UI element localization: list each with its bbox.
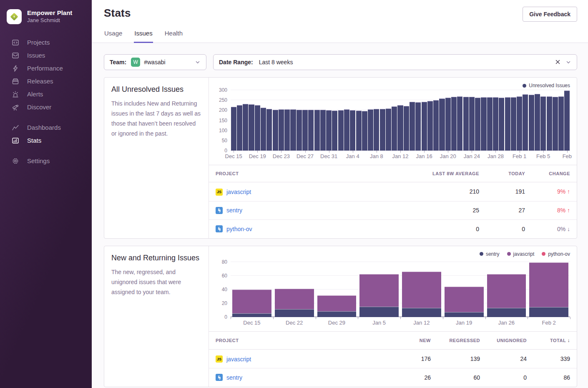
sidebar-item-projects[interactable]: Projects	[0, 36, 92, 49]
sidebar-item-discover[interactable]: Discover	[0, 101, 92, 113]
sidebar-item-releases[interactable]: Releases	[0, 75, 92, 88]
chart-bar	[356, 111, 362, 151]
legend-python-ov[interactable]: python-ov	[542, 251, 570, 257]
chart-bar	[338, 110, 344, 151]
sidebar-item-label: Settings	[27, 157, 50, 164]
legend-sentry[interactable]: sentry	[480, 251, 500, 257]
team-value: #wasabi	[144, 59, 165, 66]
project-link-sentry[interactable]: sentry	[216, 207, 242, 214]
chart-bar	[439, 98, 445, 151]
clear-date-range-icon[interactable]	[555, 59, 560, 66]
nav-divider-gap	[0, 113, 92, 121]
chart-bar	[279, 109, 284, 151]
column-header-project[interactable]: Project	[209, 332, 392, 350]
sidebar-item-performance[interactable]: Performance	[0, 62, 92, 75]
legend-javascript[interactable]: javascript	[507, 251, 535, 257]
chart-bar	[397, 105, 403, 151]
chart-bar	[433, 100, 439, 151]
new-returning-issues-table: Project New Regressed Unignored Total ↓	[209, 332, 577, 387]
legend-dot	[523, 84, 526, 88]
bar-segment-javascript	[275, 289, 314, 309]
chart-bar	[422, 102, 427, 151]
column-header-regressed[interactable]: Regressed	[437, 332, 487, 350]
chart-bar	[553, 97, 558, 151]
chart-bar	[511, 97, 516, 151]
sidebar-item-alerts[interactable]: Alerts	[0, 88, 92, 101]
chart-bar	[404, 106, 409, 151]
chart-bar	[505, 97, 510, 151]
bar-segment-sentry	[359, 307, 399, 317]
sidebar-item-label: Discover	[27, 103, 51, 111]
cell-avg: 0	[392, 220, 486, 238]
arrow-up-icon: ↑	[567, 188, 570, 195]
team-select[interactable]: Team: W #wasabi	[104, 54, 206, 70]
column-header-last8w-average[interactable]: Last 8w Average	[392, 165, 486, 182]
legend-dot	[542, 252, 545, 256]
cell-regressed: 60	[437, 368, 487, 387]
date-range-select[interactable]: Date Range: Last 8 weeks	[213, 54, 577, 70]
bar-segment-javascript	[232, 290, 271, 314]
sidebar-item-label: Releases	[27, 78, 53, 85]
stacked-bar	[485, 259, 528, 317]
chart-bar	[237, 105, 242, 151]
tab-usage[interactable]: Usage	[104, 27, 123, 43]
chart-bar	[266, 109, 272, 151]
chart-bar	[475, 98, 480, 151]
sidebar-item-settings[interactable]: Settings	[0, 154, 92, 167]
org-switcher[interactable]: Empower Plant Jane Schmidt	[0, 0, 92, 28]
table-row: JS javascript 210 191 9% ↑	[209, 182, 577, 202]
bar-segment-sentry	[317, 311, 357, 317]
sidebar-item-label: Alerts	[27, 91, 43, 98]
column-header-change[interactable]: Change	[532, 165, 577, 182]
bar-segment-javascript	[359, 274, 399, 306]
legend-unresolved-issues[interactable]: Unresolved Issues	[523, 83, 570, 88]
new-returning-chart-xlabels: Dec 15Dec 22Dec 29Jan 5Jan 12Jan 19Jan 2…	[231, 317, 570, 326]
tab-health[interactable]: Health	[164, 27, 183, 43]
sidebar-item-issues[interactable]: Issues	[0, 49, 92, 62]
column-header-unignored[interactable]: Unignored	[487, 332, 533, 350]
cell-today: 27	[486, 201, 532, 220]
bar-segment-sentry	[487, 308, 526, 317]
stacked-bar	[400, 259, 443, 317]
chart-bar	[547, 96, 552, 151]
table-row: python-ov 0 0 0% ↓	[209, 220, 577, 238]
sidebar-item-dashboards[interactable]: Dashboards	[0, 121, 92, 134]
sidebar-item-stats[interactable]: Stats	[0, 134, 92, 147]
x-axis-label: Dec 19	[249, 153, 266, 159]
give-feedback-button[interactable]: Give Feedback	[523, 7, 577, 22]
chart-bar	[499, 98, 504, 151]
bar-segment-sentry	[445, 312, 484, 317]
javascript-icon: JS	[216, 189, 223, 196]
column-header-total[interactable]: Total ↓	[533, 332, 577, 350]
python-icon	[216, 374, 223, 381]
project-link-javascript[interactable]: JS javascript	[216, 189, 251, 196]
chevron-down-icon	[565, 59, 571, 65]
releases-icon	[12, 77, 20, 85]
column-header-today[interactable]: Today	[486, 165, 532, 182]
arrow-down-icon: ↓	[567, 226, 570, 232]
unresolved-issues-table: Project Last 8w Average Today Change JS	[209, 165, 577, 238]
y-axis-label: 0	[224, 148, 227, 154]
chart-bar	[427, 101, 433, 151]
column-header-project[interactable]: Project	[209, 165, 392, 182]
team-avatar: W	[131, 58, 140, 67]
tab-issues[interactable]: Issues	[134, 27, 153, 43]
date-range-label: Date Range:	[219, 59, 253, 66]
project-link-python-ov[interactable]: python-ov	[216, 225, 252, 232]
y-axis-label: 40	[222, 287, 227, 292]
legend-label: python-ov	[548, 251, 570, 257]
app-root: Empower Plant Jane Schmidt Projects Issu…	[0, 0, 588, 388]
panel1-title: All Unresolved Issues	[111, 85, 201, 94]
project-link-sentry[interactable]: sentry	[216, 374, 242, 381]
chart-bar	[350, 110, 355, 151]
bar-segment-sentry	[529, 307, 568, 317]
sort-descending-icon: ↓	[568, 338, 570, 343]
sidebar-nav: Projects Issues Performance Releases	[0, 36, 92, 167]
project-link-javascript[interactable]: JS javascript	[216, 355, 251, 363]
stacked-bar	[231, 259, 273, 317]
column-header-new[interactable]: New	[392, 332, 437, 350]
cell-unignored: 0	[487, 368, 533, 387]
page-title: Stats	[104, 7, 131, 20]
chart-bar	[558, 96, 564, 151]
chart-bar	[308, 110, 314, 151]
